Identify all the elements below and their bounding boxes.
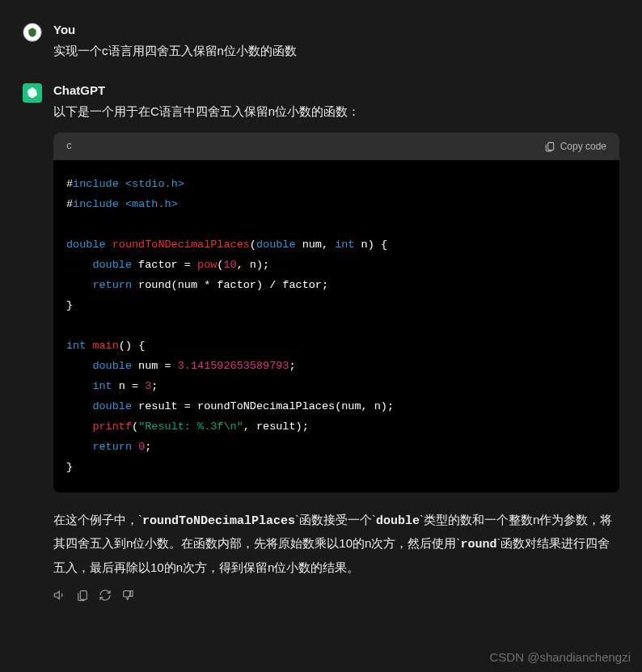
message-actions — [53, 589, 619, 602]
inline-code: double — [376, 514, 420, 528]
code-body[interactable]: #include <stdio.h> #include <math.h> dou… — [53, 160, 619, 492]
assistant-name: ChatGPT — [53, 83, 619, 97]
code-lang: c — [66, 141, 72, 152]
thumbs-down-icon[interactable] — [121, 589, 134, 602]
inline-code: round — [460, 538, 496, 552]
user-name: You — [53, 23, 619, 36]
inline-code: roundToNDecimalPlaces — [142, 514, 295, 528]
svg-rect-0 — [547, 142, 553, 150]
chatgpt-avatar — [23, 83, 42, 103]
clipboard-icon — [544, 141, 555, 152]
code-header: c Copy code — [53, 133, 619, 160]
watermark: CSDN @shandianchengzi — [490, 650, 631, 664]
code-block: c Copy code #include <stdio.h> #include … — [53, 133, 619, 492]
assistant-description: 在这个例子中，`roundToNDecimalPlaces`函数接受一个`dou… — [53, 509, 619, 579]
clipboard-icon[interactable] — [76, 589, 89, 602]
user-avatar — [23, 23, 42, 42]
copy-code-button[interactable]: Copy code — [544, 141, 606, 152]
assistant-message: ChatGPT 以下是一个用于在C语言中四舍五入保留n位小数的函数： c Cop… — [0, 83, 642, 624]
assistant-intro: 以下是一个用于在C语言中四舍五入保留n位小数的函数： — [53, 102, 619, 121]
speaker-icon[interactable] — [53, 589, 66, 602]
regenerate-icon[interactable] — [99, 589, 112, 602]
svg-rect-1 — [80, 590, 87, 599]
copy-label: Copy code — [560, 141, 606, 152]
user-message: You 实现一个c语言用四舍五入保留n位小数的函数 — [0, 23, 642, 83]
user-text: 实现一个c语言用四舍五入保留n位小数的函数 — [53, 41, 619, 61]
